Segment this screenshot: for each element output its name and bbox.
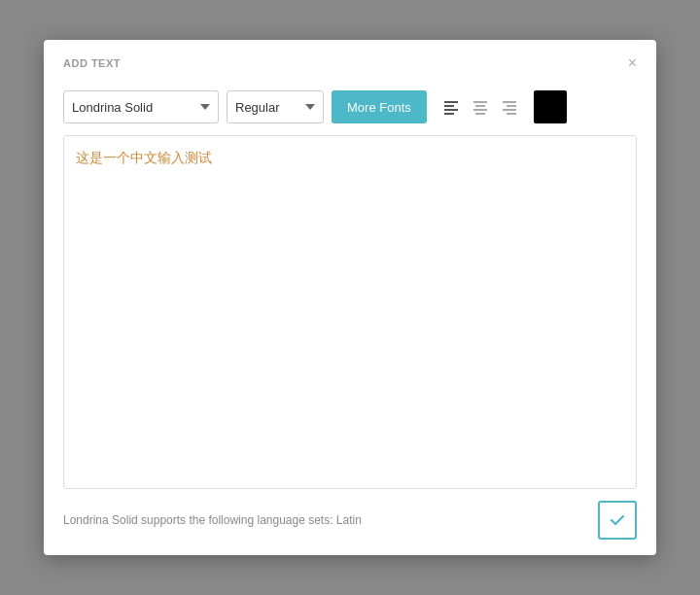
toolbar: Londrina Solid Regular More Fonts xyxy=(44,83,656,135)
close-button[interactable]: × xyxy=(628,55,637,71)
svg-rect-2 xyxy=(444,109,458,111)
alignment-group xyxy=(438,94,522,120)
more-fonts-button[interactable]: More Fonts xyxy=(332,90,427,123)
align-center-button[interactable] xyxy=(468,94,493,120)
confirm-button[interactable] xyxy=(598,501,637,540)
align-right-icon xyxy=(501,98,518,116)
svg-rect-0 xyxy=(444,101,458,103)
language-support-note: Londrina Solid supports the following la… xyxy=(63,513,362,527)
font-family-select[interactable]: Londrina Solid xyxy=(63,90,219,123)
dialog-header: ADD TEXT × xyxy=(44,40,656,83)
svg-rect-1 xyxy=(444,105,454,107)
dialog-footer: Londrina Solid supports the following la… xyxy=(44,489,656,555)
color-picker-button[interactable] xyxy=(534,90,567,123)
svg-rect-7 xyxy=(475,113,485,115)
svg-rect-6 xyxy=(473,109,487,111)
align-right-button[interactable] xyxy=(497,94,522,120)
checkmark-icon xyxy=(609,511,626,529)
svg-rect-9 xyxy=(507,105,516,107)
svg-rect-3 xyxy=(444,113,454,115)
align-left-button[interactable] xyxy=(438,94,464,120)
svg-rect-10 xyxy=(503,109,516,111)
svg-rect-8 xyxy=(503,101,516,103)
text-area-wrapper: 这是一个中文输入测试 xyxy=(63,135,637,489)
align-left-icon xyxy=(442,98,460,116)
align-center-icon xyxy=(472,98,489,116)
dialog-title: ADD TEXT xyxy=(63,57,121,69)
font-style-select[interactable]: Regular xyxy=(227,90,324,123)
text-input[interactable]: 这是一个中文输入测试 xyxy=(64,136,636,467)
svg-rect-5 xyxy=(475,105,485,107)
add-text-dialog: ADD TEXT × Londrina Solid Regular More F… xyxy=(44,40,656,555)
svg-rect-11 xyxy=(507,113,516,115)
svg-rect-4 xyxy=(473,101,487,103)
